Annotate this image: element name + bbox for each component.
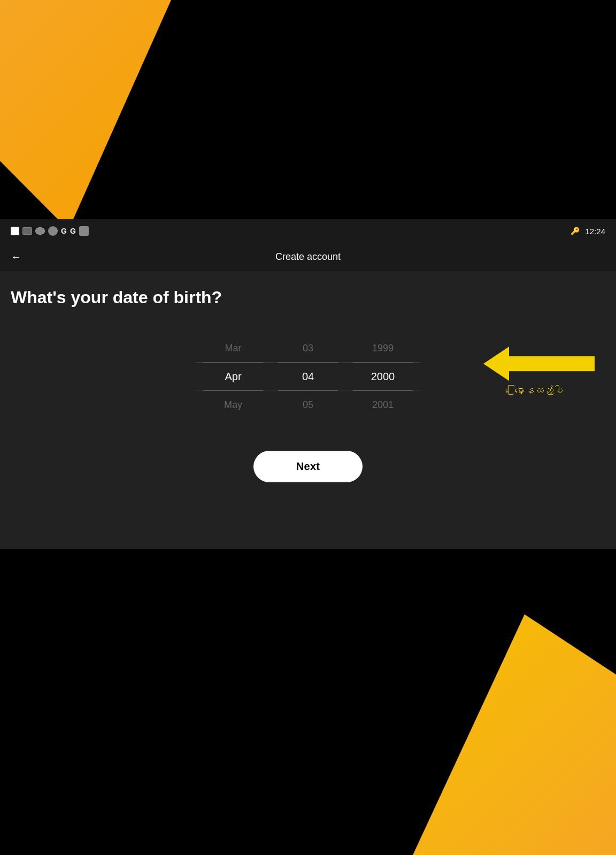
day-below: 05 xyxy=(271,391,345,419)
arrow-head-icon xyxy=(483,347,509,381)
status-icon-google2: G xyxy=(70,227,76,235)
bottom-right-decoration xyxy=(413,614,616,855)
annotation-label: မြှောနေထည့်ပါ xyxy=(483,386,595,397)
year-below: 2001 xyxy=(345,391,420,419)
status-icon-a xyxy=(79,226,89,236)
year-above: 1999 xyxy=(345,334,420,362)
year-column[interactable]: 1999 2000 2001 xyxy=(345,334,420,419)
month-selected: Apr xyxy=(196,363,271,390)
next-button-container: Next xyxy=(11,451,605,482)
year-selected: 2000 xyxy=(345,363,420,390)
time-display: 12:24 xyxy=(585,227,605,236)
day-selected: 04 xyxy=(271,363,345,390)
status-icon-1 xyxy=(11,227,19,235)
arrow-shaft xyxy=(509,357,595,372)
status-bar-right: 🔑 12:24 xyxy=(571,227,605,236)
status-bar-left: G G xyxy=(11,226,89,236)
back-arrow-button[interactable]: ← xyxy=(11,251,21,263)
question-title: What's your date of birth? xyxy=(11,287,605,307)
arrow-shape xyxy=(483,347,595,381)
status-bar: G G 🔑 12:24 xyxy=(0,219,616,243)
bottom-area xyxy=(0,534,616,855)
next-button[interactable]: Next xyxy=(253,451,363,482)
form-area: What's your date of birth? Mar Apr May 0… xyxy=(0,271,616,549)
month-below: May xyxy=(196,391,271,419)
status-icon-2 xyxy=(22,227,32,235)
arrow-annotation: မြှောနေထည့်ပါ xyxy=(483,347,595,397)
phone-screen: G G 🔑 12:24 ← Create account What's your… xyxy=(0,219,616,549)
header-title: Create account xyxy=(275,251,341,263)
status-icon-globe xyxy=(48,226,58,236)
day-column[interactable]: 03 04 05 xyxy=(271,334,345,419)
date-picker-container: Mar Apr May 03 04 05 1999 xyxy=(11,334,605,419)
month-above: Mar xyxy=(196,334,271,362)
top-left-decoration xyxy=(0,0,171,230)
status-icon-google1: G xyxy=(61,227,67,235)
status-icon-3 xyxy=(35,227,45,235)
month-column[interactable]: Mar Apr May xyxy=(196,334,271,419)
day-above: 03 xyxy=(271,334,345,362)
key-icon: 🔑 xyxy=(571,227,580,235)
app-header: ← Create account xyxy=(0,243,616,271)
